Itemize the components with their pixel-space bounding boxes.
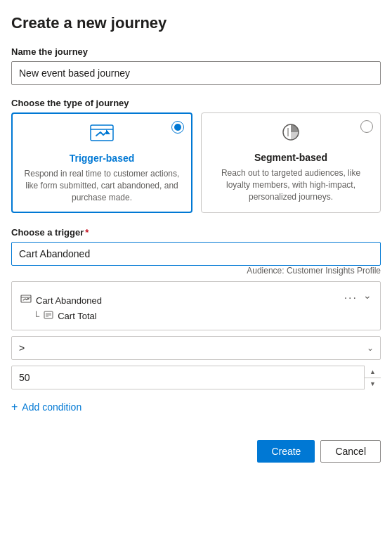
- tree-child-item: └ Cart Total: [33, 309, 102, 323]
- tree-root-label: Cart Abandoned: [36, 295, 102, 306]
- segment-title: Segment-based: [210, 152, 372, 163]
- value-input-row: ▲ ▼: [11, 366, 381, 389]
- number-spinners: ▲ ▼: [364, 366, 381, 389]
- create-button[interactable]: Create: [257, 440, 315, 463]
- trigger-radio[interactable]: [171, 121, 184, 134]
- trigger-based-card[interactable]: Trigger-based Respond in real time to cu…: [11, 112, 192, 213]
- condition-box: Cart Abandoned └ Cart Total: [11, 281, 381, 330]
- operator-select[interactable]: > < = >= <=: [11, 336, 381, 360]
- tree-root-item: Cart Abandoned: [20, 292, 102, 309]
- type-label: Choose the type of journey: [11, 98, 381, 108]
- expand-icon[interactable]: ⌄: [363, 290, 372, 301]
- add-condition-label: Add condition: [22, 401, 81, 413]
- operator-select-row: > < = >= <= ⌄: [11, 336, 381, 360]
- required-star: *: [85, 227, 89, 238]
- value-input[interactable]: [11, 366, 381, 389]
- increment-button[interactable]: ▲: [365, 366, 381, 378]
- cart-total-icon: [44, 311, 53, 321]
- segment-icon: [210, 122, 372, 148]
- cart-abandoned-icon: [20, 295, 32, 307]
- tree-child-prefix: └: [33, 311, 39, 321]
- condition-tree: Cart Abandoned └ Cart Total: [20, 292, 102, 323]
- journey-name-input[interactable]: [11, 61, 381, 85]
- more-options-icon[interactable]: ...: [344, 289, 358, 302]
- svg-rect-5: [21, 295, 31, 302]
- segment-radio[interactable]: [360, 120, 373, 133]
- name-label: Name the journey: [11, 46, 381, 57]
- trigger-title: Trigger-based: [21, 153, 183, 164]
- page-title: Create a new journey: [11, 14, 381, 32]
- journey-type-selector: Trigger-based Respond in real time to cu…: [11, 112, 381, 213]
- add-condition-row[interactable]: + Add condition: [11, 401, 381, 413]
- footer-buttons: Create Cancel: [11, 434, 381, 463]
- segment-desc: Reach out to targeted audiences, like lo…: [210, 167, 372, 202]
- add-icon: +: [11, 401, 18, 413]
- trigger-icon: [21, 122, 183, 148]
- trigger-input[interactable]: [11, 242, 381, 266]
- trigger-label: Choose a trigger*: [11, 227, 381, 238]
- trigger-desc: Respond in real time to customer actions…: [21, 168, 183, 203]
- cancel-button[interactable]: Cancel: [320, 440, 381, 463]
- svg-marker-2: [106, 129, 110, 134]
- condition-box-header: Cart Abandoned └ Cart Total: [20, 289, 372, 323]
- audience-hint: Audience: Customer Insights Profile: [11, 266, 381, 276]
- decrement-button[interactable]: ▼: [365, 378, 381, 390]
- segment-based-card[interactable]: Segment-based Reach out to targeted audi…: [201, 112, 381, 213]
- tree-child-label: Cart Total: [58, 311, 96, 321]
